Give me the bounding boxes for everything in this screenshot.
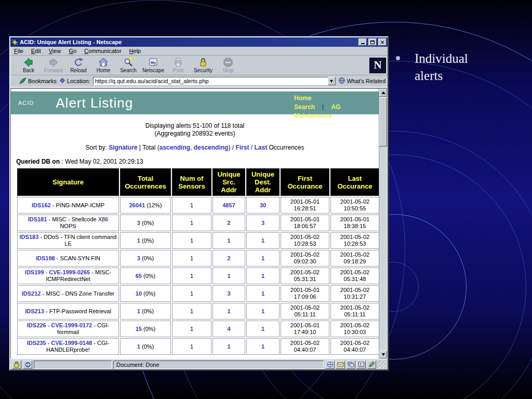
composer-icon[interactable] — [367, 361, 376, 369]
total-link[interactable]: 1 — [137, 343, 140, 350]
security-status-icon[interactable] — [12, 361, 21, 369]
src-count-link[interactable]: 4 — [227, 326, 230, 332]
menu-item-file[interactable]: File — [14, 48, 23, 54]
alert-id-link[interactable]: IDS212 — [22, 290, 41, 297]
home-button[interactable]: Home — [91, 56, 116, 75]
scroll-down-button[interactable] — [379, 351, 387, 358]
navigator-icon[interactable] — [325, 361, 335, 369]
menu-item-view[interactable]: View — [49, 48, 61, 54]
alert-id-link[interactable]: IDS183 — [20, 234, 39, 240]
resize-grip[interactable] — [379, 361, 386, 368]
alert-id-link[interactable]: IDS198 — [36, 255, 55, 261]
whats-related-button[interactable]: What's Related — [338, 77, 385, 85]
dest-count-link[interactable]: 30 — [260, 202, 266, 208]
alert-id-link[interactable]: IDS213 — [25, 308, 44, 314]
sort-link-descending[interactable]: descending — [194, 144, 229, 151]
src-count-link[interactable]: 3 — [227, 290, 230, 297]
dest-count-link[interactable]: 1 — [261, 237, 264, 244]
alert-id-link[interactable]: IDS199 — [25, 269, 44, 275]
num-sensors-cell: 1 — [172, 338, 211, 355]
dest-count-link[interactable]: 1 — [261, 255, 264, 261]
back-button[interactable]: Back — [16, 56, 41, 75]
toolbar-grip[interactable] — [12, 57, 15, 73]
src-count-link[interactable]: 2 — [227, 220, 230, 226]
alert-id-link[interactable]: IDS235 — [27, 340, 46, 346]
alert-id-link[interactable]: IDS162 — [32, 202, 51, 208]
reload-button[interactable]: Reload — [66, 56, 91, 75]
total-link[interactable]: 15 — [136, 326, 142, 332]
signature-cell: IDS199 - CVE-1999-0265 - MISC-ICMPRedire… — [17, 268, 119, 284]
menu-item-communicator[interactable]: Communicator — [84, 48, 122, 54]
src-count-link[interactable]: 2 — [227, 255, 230, 261]
page-title: Alert Listing — [56, 95, 133, 111]
total-link[interactable]: 26041 — [129, 202, 145, 208]
sort-link-signature[interactable]: Signature — [109, 144, 137, 151]
src-count-link[interactable]: 4857 — [222, 202, 235, 208]
home-link[interactable]: Home — [294, 95, 311, 102]
dest-count-link[interactable]: 1 — [261, 343, 264, 350]
window-titlebar[interactable]: ACID: Unique Alert Listing - Netscape × — [10, 37, 388, 47]
close-button[interactable]: × — [378, 38, 387, 46]
total-link[interactable]: 1 — [137, 237, 140, 244]
cve-link[interactable]: CVE-1999-0172 — [51, 322, 92, 328]
sort-link-first[interactable]: First — [235, 144, 249, 151]
total-link[interactable]: 1 — [137, 308, 140, 314]
unique-src-cell: 1 — [212, 232, 245, 249]
src-count-link[interactable]: 1 — [227, 237, 230, 244]
location-icon — [59, 77, 65, 85]
mailbox-icon[interactable] — [336, 361, 345, 369]
scrollbar-thumb[interactable] — [379, 97, 387, 147]
netscape-logo[interactable]: N — [369, 58, 386, 73]
sort-link-ascending[interactable]: ascending — [159, 144, 190, 151]
online-status-icon[interactable] — [23, 361, 32, 369]
menu-item-go[interactable]: Go — [69, 48, 76, 54]
search-link[interactable]: Search — [294, 103, 315, 111]
minimize-button[interactable] — [358, 38, 367, 46]
num-sensors-cell: 1 — [172, 285, 211, 302]
total-link[interactable]: 3 — [137, 220, 140, 226]
security-button[interactable]: Security — [191, 56, 216, 75]
first-occurrence-cell: 2001-05-0204:40:07 — [281, 338, 329, 355]
total-link[interactable]: 65 — [136, 273, 142, 279]
dest-count-link[interactable]: 3 — [261, 220, 264, 226]
vertical-scrollbar[interactable] — [379, 89, 387, 358]
signature-name: DDoS - TFN client command LE — [44, 234, 116, 247]
menu-item-edit[interactable]: Edit — [31, 48, 41, 54]
cve-link[interactable]: CVE-1999-0148 — [51, 340, 92, 346]
discussions-icon[interactable] — [346, 361, 355, 369]
alert-id-link[interactable]: IDS181 — [28, 216, 47, 222]
first-occurrence-cell: 2001-05-0209:02:30 — [281, 250, 329, 267]
slide-bullet-item: Individual alerts — [396, 50, 468, 84]
num-sensors-cell: 1 — [172, 197, 211, 214]
search-button[interactable]: Search — [116, 56, 141, 75]
total-link[interactable]: 10 — [136, 290, 142, 297]
dest-count-link[interactable]: 1 — [261, 273, 264, 279]
alert-id-link[interactable]: IDS226 — [27, 322, 46, 328]
unique-src-cell: 2 — [212, 215, 245, 231]
src-count-link[interactable]: 1 — [227, 273, 230, 279]
dest-count-link[interactable]: 1 — [261, 290, 264, 297]
first-occurrence-cell: 2001-05-0205:31:31 — [281, 268, 329, 284]
maximize-button[interactable] — [368, 38, 377, 46]
last-occurrence-cell: 2001-05-0210:31:27 — [330, 285, 379, 302]
address-book-icon[interactable] — [356, 361, 366, 369]
sort-link-last[interactable]: Last — [254, 144, 267, 151]
dest-count-link[interactable]: 1 — [261, 326, 264, 332]
menu-item-help[interactable]: Help — [129, 48, 141, 54]
dest-count-link[interactable]: 1 — [261, 308, 264, 314]
netscape-app-icon — [11, 39, 18, 46]
first-occurrence-cell: 2001-05-0210:28:53 — [281, 232, 329, 249]
scroll-up-button[interactable] — [379, 89, 387, 97]
locbar-grip[interactable] — [12, 76, 15, 85]
netscape-button[interactable]: MyNetscape — [141, 56, 166, 75]
url-dropdown-button[interactable] — [328, 77, 336, 85]
cve-link[interactable]: CVE-1999-0265 — [49, 269, 90, 275]
src-count-link[interactable]: 1 — [227, 343, 230, 350]
bullet-icon — [396, 56, 400, 60]
url-input[interactable]: https://q.qut.edu.au/acid/acid_stat_aler… — [93, 77, 328, 85]
bookmarks-button[interactable]: Bookmarks — [19, 77, 57, 85]
signature-name: MISC - DNS Zone Transfer — [46, 290, 114, 297]
src-count-link[interactable]: 1 — [227, 308, 230, 314]
total-link[interactable]: 3 — [137, 255, 140, 261]
last-occurrence-cell: 2001-05-0210:30:03 — [330, 321, 379, 337]
